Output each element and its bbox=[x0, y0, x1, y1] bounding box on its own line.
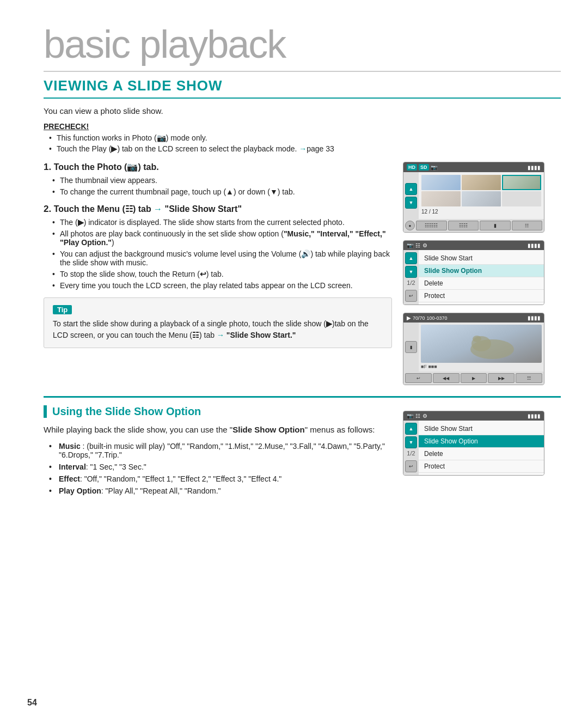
slide-show-option-item-4[interactable]: Slide Show Option bbox=[419, 435, 544, 448]
slide-show-start-item-2[interactable]: Slide Show Start bbox=[419, 252, 544, 265]
camera-left-buttons-3: ▮ bbox=[403, 323, 419, 372]
top-icons-4: 📷 ☷ ⚙ bbox=[407, 413, 427, 419]
grid-btn-1[interactable]: ☷☷☷ bbox=[416, 221, 447, 230]
camera-left-buttons-1: ▲ ▼ bbox=[403, 172, 419, 219]
top-icons-3: ▶ 70/70 100-0370 bbox=[407, 315, 448, 321]
up-arrow-btn-1[interactable]: ▲ bbox=[405, 183, 417, 195]
step-2-bullet-1: The (▶) indicator is displayed. The slid… bbox=[52, 218, 392, 227]
step-2-bullet-5: Every time you touch the LCD screen, the… bbox=[52, 281, 392, 290]
volume-btn[interactable]: ▮ bbox=[405, 341, 417, 353]
photo-count-1: 12 / 12 bbox=[421, 209, 541, 215]
photo-icon-4: 📷 bbox=[407, 413, 413, 419]
battery-icon-1: ▮▮▮▮ bbox=[528, 165, 541, 171]
battery-indicator-1: ▮▮▮▮ bbox=[528, 165, 541, 171]
record-btn-1[interactable]: ● bbox=[405, 221, 415, 230]
return-btn-4[interactable]: ↩ bbox=[405, 460, 417, 472]
battery-icon-2: ▮▮▮▮ bbox=[528, 242, 541, 248]
bottom-right: 📷 ☷ ⚙ ▮▮▮▮ ▲ ▼ 1/2 ↩ bbox=[403, 405, 561, 501]
battery-icon-3: ▮▮▮▮ bbox=[528, 315, 541, 321]
protect-item-4[interactable]: Protect bbox=[419, 460, 544, 473]
down-arrow-btn-2[interactable]: ▼ bbox=[405, 266, 417, 278]
page-indicator-2: 1/2 bbox=[405, 279, 417, 286]
menu-items-list-4: Slide Show Start Slide Show Option Delet… bbox=[419, 421, 544, 475]
slide-show-start-item-4[interactable]: Slide Show Start bbox=[419, 423, 544, 435]
menu-body-4: ▲ ▼ 1/2 ↩ Slide Show Start Slide Show Op… bbox=[403, 421, 544, 475]
step-2-list: The (▶) indicator is displayed. The slid… bbox=[44, 218, 392, 290]
step-1-list: The thumbnail view appears. To change th… bbox=[44, 176, 392, 196]
down-arrow-btn-4[interactable]: ▼ bbox=[405, 436, 417, 448]
left-column: 1. Touch the Photo (📷) tab. The thumbnai… bbox=[44, 162, 392, 385]
photo-area-3 bbox=[421, 325, 542, 363]
menu-left-nav-4: ▲ ▼ 1/2 ↩ bbox=[403, 421, 419, 475]
step-1-number: 1. bbox=[44, 162, 51, 172]
page-number: 54 bbox=[27, 698, 37, 708]
grid2-btn[interactable]: ☷☷ bbox=[448, 221, 479, 230]
thumb-3-selected bbox=[502, 175, 541, 190]
step-2-number: 2. bbox=[44, 204, 51, 214]
step-2-bullet-3: You can adjust the background music's vo… bbox=[52, 250, 392, 267]
down-arrow-btn-1[interactable]: ▼ bbox=[405, 197, 417, 209]
subsection: Using the Slide Show Option While playin… bbox=[44, 396, 561, 501]
thumb-6 bbox=[502, 191, 541, 206]
return-btn-2[interactable]: ↩ bbox=[405, 290, 417, 302]
up-arrow-btn-2[interactable]: ▲ bbox=[405, 252, 417, 264]
skip-back-btn[interactable]: ◀◀ bbox=[433, 373, 460, 383]
slide-show-option-item-2[interactable]: Slide Show Option bbox=[419, 265, 544, 277]
subsection-item-effect: Effect: "Off," "Random," "Effect 1," "Ef… bbox=[49, 474, 392, 483]
menu-btn-3[interactable]: ☷ bbox=[516, 373, 542, 383]
main-content: 1. Touch the Photo (📷) tab. The thumbnai… bbox=[44, 162, 561, 385]
battery-indicator-2: ▮▮▮▮ bbox=[528, 242, 541, 248]
up-arrow-btn-4[interactable]: ▲ bbox=[405, 423, 417, 435]
gear-icon-2: ⚙ bbox=[422, 242, 427, 248]
step-2: 2. Touch the Menu (☷) tab → "Slide Show … bbox=[44, 204, 392, 290]
step-1-bullet-2: To change the current thumbnail page, to… bbox=[52, 187, 392, 196]
sd-icon: SD bbox=[419, 164, 429, 171]
intro-text: You can view a photo slide show. bbox=[44, 106, 561, 115]
subsection-list: Music : (built-in music will play) "Off,… bbox=[44, 442, 392, 495]
camera-bottom-bar-1: ● ☷☷☷ ☷☷ ▮ ☷ bbox=[403, 219, 544, 232]
play-pause-btn[interactable]: ▶ bbox=[461, 373, 487, 383]
thumb-1 bbox=[421, 175, 461, 190]
protect-item-2[interactable]: Protect bbox=[419, 290, 544, 302]
battery-icon-4: ▮▮▮▮ bbox=[528, 413, 541, 419]
section-heading: VIEWING A SLIDE SHOW bbox=[44, 77, 561, 99]
single-btn[interactable]: ▮ bbox=[480, 221, 511, 230]
file-icon: 100-0370 bbox=[427, 315, 448, 321]
camera-top-bar-3: ▶ 70/70 100-0370 ▮▮▮▮ bbox=[403, 313, 544, 323]
tip-text: To start the slide show during a playbac… bbox=[53, 318, 383, 341]
step-1-bullet-1: The thumbnail view appears. bbox=[52, 176, 392, 185]
camera-content-1: 12 / 12 bbox=[419, 172, 544, 219]
delete-item-2[interactable]: Delete bbox=[419, 277, 544, 290]
top-icons-1: HD SD 📷 bbox=[407, 164, 437, 171]
camera-body-3: ▮ ■F ■■■ bbox=[403, 323, 544, 372]
menu-items-list-2: Slide Show Start Slide Show Option Delet… bbox=[419, 250, 544, 305]
camera-top-bar-4: 📷 ☷ ⚙ ▮▮▮▮ bbox=[403, 411, 544, 421]
gear-icon-4: ⚙ bbox=[422, 413, 427, 419]
precheck-section: PRECHECK! This function works in Photo (… bbox=[44, 122, 561, 153]
camera-ui-2: 📷 ☷ ⚙ ▮▮▮▮ ▲ ▼ 1/2 ↩ Slide Show Start Sl… bbox=[403, 240, 544, 305]
subsection-intro: While playing back the slide show, you c… bbox=[44, 423, 392, 436]
thumb-5 bbox=[462, 191, 501, 206]
subsection-title: Using the Slide Show Option bbox=[44, 405, 392, 418]
menu-body-2: ▲ ▼ 1/2 ↩ Slide Show Start Slide Show Op… bbox=[403, 250, 544, 305]
photo-display-3: ■F ■■■ bbox=[419, 323, 544, 372]
hd-icon: HD bbox=[407, 164, 417, 171]
camera-body-1: ▲ ▼ 12 / 12 bbox=[403, 172, 544, 219]
step-2-bullet-4: To stop the slide show, touch the Return… bbox=[52, 270, 392, 278]
menu-btn-1[interactable]: ☷ bbox=[512, 221, 543, 230]
right-column: HD SD 📷 ▮▮▮▮ ▲ ▼ bbox=[403, 162, 561, 385]
bottom-content: Using the Slide Show Option While playin… bbox=[44, 405, 561, 501]
precheck-list: This function works in Photo (📷) mode on… bbox=[44, 133, 561, 153]
step-1: 1. Touch the Photo (📷) tab. The thumbnai… bbox=[44, 162, 392, 196]
delete-item-4[interactable]: Delete bbox=[419, 448, 544, 460]
camera-bottom-bar-3: ↩ ◀◀ ▶ ▶▶ ☷ bbox=[403, 372, 544, 385]
photo-mode-icon: 📷 bbox=[431, 165, 437, 171]
subsection-item-interval: Interval: "1 Sec," "3 Sec." bbox=[49, 463, 392, 471]
tip-box: Tip To start the slide show during a pla… bbox=[44, 297, 392, 348]
precheck-item-1: This function works in Photo (📷) mode on… bbox=[49, 133, 561, 142]
return-btn-3[interactable]: ↩ bbox=[405, 373, 432, 383]
menu-left-nav-2: ▲ ▼ 1/2 ↩ bbox=[403, 250, 419, 305]
skip-forward-btn[interactable]: ▶▶ bbox=[488, 373, 514, 383]
zoom-icon: 70/70 bbox=[413, 315, 425, 321]
camera-top-bar-1: HD SD 📷 ▮▮▮▮ bbox=[403, 162, 544, 172]
